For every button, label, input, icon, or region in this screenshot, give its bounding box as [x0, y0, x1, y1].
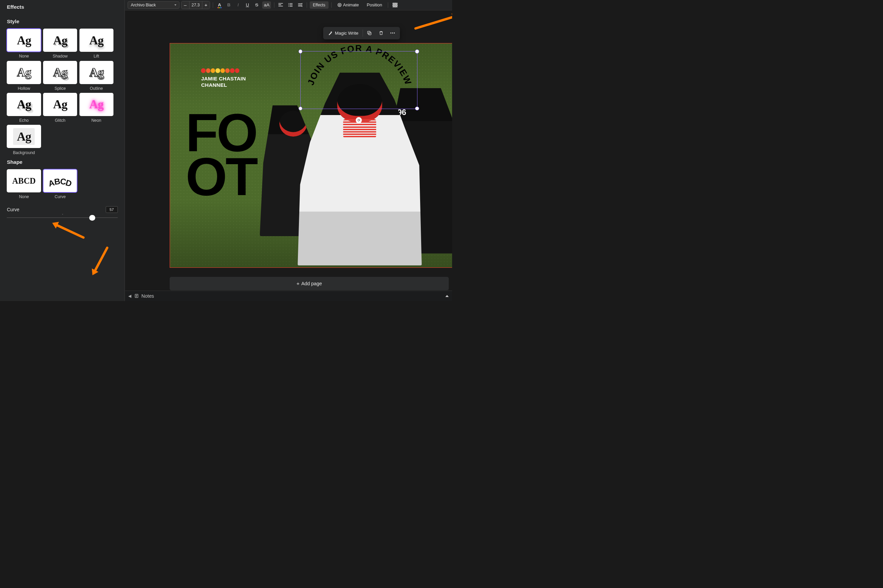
design-canvas[interactable]: JAMIE CHASTAIN CHANNEL FO OT — [170, 43, 452, 268]
style-none-tile[interactable]: Ag — [7, 28, 41, 52]
svg-point-9 — [394, 33, 395, 34]
svg-point-4 — [338, 4, 340, 6]
position-button[interactable]: Position — [364, 2, 385, 9]
curve-label: Curve — [7, 207, 19, 212]
more-icon — [390, 32, 395, 34]
style-echo-tile[interactable]: Ag — [7, 93, 41, 116]
annotation-arrow-icon — [414, 15, 452, 30]
font-size-decrease-button[interactable]: – — [182, 2, 189, 9]
notes-label[interactable]: Notes — [141, 293, 154, 299]
svg-rect-5 — [368, 31, 370, 34]
style-splice-tile[interactable]: Ag — [43, 61, 77, 84]
scroll-left-icon[interactable]: ◀ — [128, 294, 131, 298]
style-neon-label: Neon — [92, 118, 101, 123]
bottom-bar: ◀ Notes — [125, 291, 452, 301]
duplicate-icon — [367, 31, 372, 35]
style-echo-label: Echo — [19, 118, 29, 123]
add-page-button[interactable]: + Add page — [170, 277, 448, 290]
effects-panel: Effects Style AgNone AgShadow AgLift AgH… — [0, 0, 125, 301]
magic-write-button[interactable]: Magic Write — [325, 28, 362, 38]
underline-button[interactable]: U — [244, 2, 251, 9]
channel-block[interactable]: JAMIE CHASTAIN CHANNEL — [201, 68, 246, 88]
spacing-button[interactable] — [296, 2, 304, 9]
resize-handle-tl[interactable] — [299, 50, 302, 53]
style-background-tile[interactable]: Ag — [7, 125, 41, 148]
font-size-group: – + — [181, 1, 210, 9]
effects-button[interactable]: Effects — [310, 2, 329, 9]
uppercase-button[interactable]: aA — [262, 2, 271, 9]
selection-box[interactable]: ⟳ — [300, 51, 417, 109]
transparency-button[interactable] — [391, 2, 399, 9]
magic-write-label: Magic Write — [335, 31, 358, 36]
panel-title: Effects — [0, 0, 125, 15]
resize-handle-tr[interactable] — [415, 50, 419, 53]
style-none-label: None — [19, 54, 29, 58]
style-shadow-label: Shadow — [53, 54, 68, 58]
chevron-down-icon — [174, 4, 176, 6]
style-lift-tile[interactable]: Ag — [80, 28, 113, 52]
font-size-input[interactable] — [189, 2, 202, 9]
svg-point-3 — [338, 3, 341, 7]
shape-curve-tile[interactable]: ABCD — [43, 169, 77, 192]
transparency-icon — [393, 3, 397, 8]
shape-curve-label: Curve — [54, 194, 66, 199]
style-glitch-tile[interactable]: Ag — [43, 93, 77, 116]
context-toolbar: Magic Write — [323, 27, 400, 39]
style-splice-label: Splice — [54, 86, 66, 91]
channel-title-line1: JAMIE CHASTAIN — [201, 76, 246, 81]
style-shadow-tile[interactable]: Ag — [43, 28, 77, 52]
curve-value-input[interactable] — [106, 206, 118, 213]
magic-wand-icon — [328, 31, 332, 35]
font-name: Archivo Black — [131, 3, 156, 8]
shape-section-label: Shape — [7, 159, 117, 165]
animate-label: Animate — [343, 2, 359, 8]
style-outline-label: Outline — [90, 86, 103, 91]
italic-button[interactable]: I — [234, 2, 242, 9]
shape-none-label: None — [19, 194, 29, 199]
style-glitch-label: Glitch — [55, 118, 65, 123]
shape-none-tile[interactable]: ABCD — [7, 169, 41, 192]
channel-title-line2: CHANNEL — [201, 82, 227, 88]
wave-logo-icon — [201, 68, 246, 73]
svg-rect-6 — [369, 32, 371, 35]
list-button[interactable] — [286, 2, 295, 9]
alignment-button[interactable] — [277, 2, 285, 9]
more-button[interactable] — [387, 28, 399, 38]
svg-point-8 — [392, 33, 393, 34]
text-toolbar: Archivo Black – + A B I U S aA — [125, 0, 452, 10]
chevron-up-icon[interactable] — [445, 295, 449, 297]
curve-slider[interactable] — [7, 217, 117, 218]
notes-icon — [134, 294, 139, 298]
svg-point-0 — [289, 3, 289, 4]
font-size-increase-button[interactable]: + — [202, 2, 210, 9]
style-hollow-tile[interactable]: Ag — [7, 61, 41, 84]
strikethrough-button[interactable]: S — [253, 2, 260, 9]
style-background-label: Background — [13, 150, 35, 155]
font-select[interactable]: Archivo Black — [128, 2, 179, 9]
plus-icon: + — [296, 280, 299, 286]
delete-button[interactable] — [375, 28, 387, 38]
svg-point-2 — [289, 6, 289, 7]
text-color-button[interactable]: A — [216, 2, 224, 9]
style-section: Style AgNone AgShadow AgLift AgHollow Ag… — [0, 15, 125, 155]
shape-section: Shape ABCDNone ABCDCurve — [0, 155, 125, 200]
duplicate-button[interactable] — [364, 28, 375, 38]
bold-button[interactable]: B — [225, 2, 233, 9]
add-page-label: Add page — [301, 281, 322, 286]
headline-text[interactable]: FO OT — [185, 111, 256, 199]
resize-handle-br[interactable] — [415, 106, 419, 110]
style-hollow-label: Hollow — [18, 86, 30, 91]
svg-point-1 — [289, 5, 289, 5]
trash-icon — [379, 31, 384, 35]
style-section-label: Style — [7, 18, 117, 24]
style-outline-tile[interactable]: Ag — [80, 61, 113, 84]
style-neon-tile[interactable]: Ag — [80, 93, 113, 116]
svg-point-7 — [391, 33, 391, 34]
style-lift-label: Lift — [93, 54, 99, 58]
headline-line2: OT — [185, 147, 256, 207]
animate-button[interactable]: Animate — [334, 2, 362, 9]
